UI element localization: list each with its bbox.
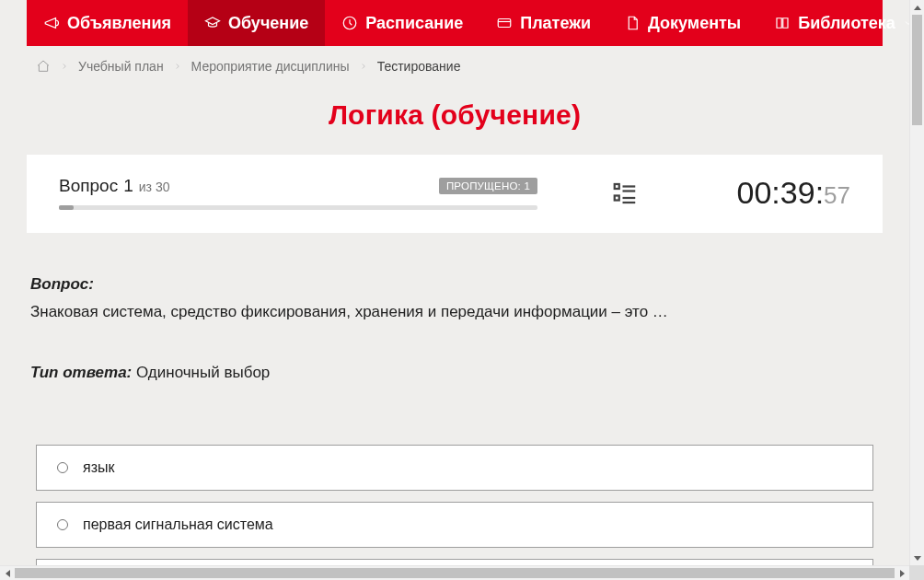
of-word: из [139,180,152,194]
question-label: Вопрос: [30,275,879,294]
clock-icon [341,15,358,31]
question-number: 1 [123,176,133,196]
nav-label: Документы [648,14,741,33]
status-card: Вопрос 1 из 30 ПРОПУЩЕНО: 1 [27,155,883,233]
radio-icon [57,462,68,473]
option-item[interactable]: язык [36,445,873,491]
nav-item-schedule[interactable]: Расписание [325,0,479,46]
vertical-scrollbar[interactable] [909,0,924,565]
options-list: язык первая сигнальная система письменна… [30,445,879,565]
education-icon [204,15,221,31]
nav-item-payments[interactable]: Платежи [479,0,607,46]
scroll-left-arrow[interactable] [0,566,15,580]
nav-item-announcements[interactable]: Объявления [27,0,188,46]
scroll-down-arrow[interactable] [910,551,924,565]
progress-fill [59,205,74,210]
scroll-corner [909,565,924,580]
question-counter: Вопрос 1 из 30 [59,176,169,196]
svg-rect-2 [615,184,619,189]
answer-type-value: Одиночный выбор [136,364,270,381]
nav-item-documents[interactable]: Документы [607,0,757,46]
scroll-thumb[interactable] [912,15,922,125]
question-list-button[interactable] [611,180,639,207]
scroll-thumb[interactable] [15,568,895,578]
chevron-down-icon [903,14,909,33]
horizontal-scrollbar[interactable] [0,565,909,580]
chevron-right-icon [173,59,182,74]
library-icon [774,15,791,31]
document-icon [624,15,641,31]
option-item[interactable]: первая сигнальная система [36,502,873,548]
progress-bar [59,205,537,210]
page-title: Логика (обучение) [27,99,883,131]
breadcrumb-current: Тестирование [377,59,461,74]
breadcrumb-link[interactable]: Мероприятие дисциплины [191,59,350,74]
nav-label: Расписание [365,14,463,33]
skipped-badge: ПРОПУЩЕНО: 1 [439,178,537,194]
chevron-right-icon [359,59,368,74]
svg-rect-3 [615,195,619,200]
question-total: 30 [156,180,170,194]
timer-seconds: 57 [824,181,850,210]
nav-label: Объявления [67,14,171,33]
chevron-right-icon [60,59,69,74]
nav-item-library[interactable]: Библиотека [757,0,909,46]
breadcrumb: Учебный план Мероприятие дисциплины Тест… [27,46,883,77]
payment-icon [496,15,513,31]
nav-label: Обучение [228,14,308,33]
answer-type-label: Тип ответа: [30,364,132,381]
question-text: Знаковая система, средство фиксирования,… [30,301,879,323]
breadcrumb-link[interactable]: Учебный план [78,59,164,74]
top-nav: Объявления Обучение Расписание [27,0,883,46]
nav-label: Библиотека [798,14,895,33]
scroll-up-arrow[interactable] [910,0,924,15]
nav-label: Платежи [520,14,591,33]
answer-type: Тип ответа: Одиночный выбор [30,364,879,382]
timer: 00:39:57 [737,175,850,211]
question-word: Вопрос [59,176,118,196]
home-icon[interactable] [36,59,51,74]
option-text: первая сигнальная система [83,516,273,533]
scroll-right-arrow[interactable] [895,566,909,580]
announce-icon [43,15,60,31]
option-text: язык [83,459,115,476]
option-item[interactable]: письменная речь [36,559,873,565]
svg-rect-1 [498,19,511,28]
radio-icon [57,519,68,530]
question-body: Вопрос: Знаковая система, средство фикси… [30,275,879,565]
timer-main: 00:39: [737,175,825,211]
nav-item-education[interactable]: Обучение [188,0,325,46]
